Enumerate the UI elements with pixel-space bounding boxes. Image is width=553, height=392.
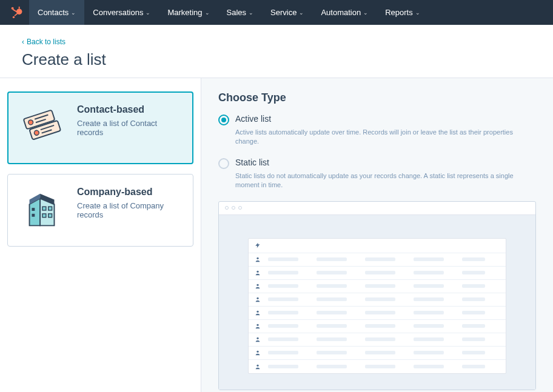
radio-active-list[interactable]: Active list bbox=[218, 114, 536, 125]
svg-rect-21 bbox=[32, 214, 35, 217]
person-icon bbox=[255, 310, 261, 316]
preview-table bbox=[248, 238, 506, 374]
radio-input[interactable] bbox=[218, 115, 229, 125]
person-icon bbox=[255, 296, 261, 302]
card-company-based[interactable]: Company-based Create a list of Company r… bbox=[7, 174, 193, 247]
window-dot-icon bbox=[238, 206, 242, 210]
svg-rect-3 bbox=[13, 8, 17, 12]
right-panel: Choose Type Active list Active lists aut… bbox=[201, 78, 553, 392]
table-row bbox=[249, 280, 506, 293]
top-nav: Contacts⌄ Conversations⌄ Marketing⌄ Sale… bbox=[0, 0, 553, 25]
nav-service[interactable]: Service⌄ bbox=[262, 0, 312, 25]
table-row bbox=[249, 253, 506, 267]
main-split: Contact-based Create a list of Contact r… bbox=[0, 78, 553, 392]
svg-point-32 bbox=[256, 364, 258, 366]
radio-input[interactable] bbox=[218, 158, 229, 169]
card-title: Company-based bbox=[77, 187, 182, 198]
nav-contacts[interactable]: Contacts⌄ bbox=[29, 0, 84, 25]
building-icon bbox=[19, 187, 66, 234]
page-title: Create a list bbox=[22, 50, 531, 69]
radio-static-list[interactable]: Static list bbox=[218, 158, 536, 169]
back-to-lists-link[interactable]: ‹ Back to lists bbox=[22, 38, 65, 46]
nav-label: Service bbox=[270, 8, 297, 17]
svg-point-25 bbox=[256, 271, 258, 273]
chevron-down-icon: ⌄ bbox=[146, 10, 150, 16]
svg-point-27 bbox=[256, 297, 258, 299]
svg-point-30 bbox=[256, 337, 258, 339]
preview-table-head bbox=[249, 239, 506, 253]
card-desc: Create a list of Company records bbox=[77, 201, 182, 219]
chevron-down-icon: ⌄ bbox=[71, 10, 76, 16]
bolt-icon bbox=[255, 242, 261, 248]
person-icon bbox=[255, 336, 261, 342]
nav-conversations[interactable]: Conversations⌄ bbox=[84, 0, 159, 25]
svg-point-28 bbox=[256, 311, 258, 313]
chevron-down-icon: ⌄ bbox=[299, 10, 304, 16]
radio-label: Active list bbox=[235, 114, 271, 124]
svg-point-31 bbox=[256, 351, 258, 353]
table-row bbox=[249, 267, 506, 280]
chevron-down-icon: ⌄ bbox=[363, 10, 368, 16]
nav-items: Contacts⌄ Conversations⌄ Marketing⌄ Sale… bbox=[29, 0, 429, 25]
person-icon bbox=[255, 364, 261, 370]
svg-rect-16 bbox=[42, 207, 46, 210]
nav-reports[interactable]: Reports⌄ bbox=[377, 0, 429, 25]
table-row bbox=[249, 347, 506, 360]
page-header: ‹ Back to lists Create a list bbox=[0, 25, 553, 78]
person-icon bbox=[255, 270, 261, 276]
nav-label: Conversations bbox=[93, 8, 143, 17]
svg-rect-4 bbox=[14, 13, 18, 16]
svg-rect-18 bbox=[42, 214, 46, 218]
table-row bbox=[249, 293, 506, 307]
nav-automation[interactable]: Automation⌄ bbox=[312, 0, 377, 25]
card-desc: Create a list of Contact records bbox=[77, 119, 182, 137]
preview-titlebar bbox=[219, 202, 535, 215]
svg-rect-5 bbox=[19, 6, 20, 8]
chevron-left-icon: ‹ bbox=[22, 38, 24, 46]
nav-label: Marketing bbox=[167, 8, 202, 17]
svg-rect-17 bbox=[49, 207, 52, 210]
table-row bbox=[249, 360, 506, 373]
nav-label: Automation bbox=[321, 8, 361, 17]
card-contact-based[interactable]: Contact-based Create a list of Contact r… bbox=[7, 91, 193, 164]
svg-point-29 bbox=[256, 324, 258, 326]
hubspot-logo-icon[interactable] bbox=[8, 4, 25, 21]
nav-label: Contacts bbox=[38, 8, 69, 17]
table-row bbox=[249, 307, 506, 320]
back-link-label: Back to lists bbox=[27, 38, 65, 46]
nav-label: Sales bbox=[227, 8, 247, 17]
table-row bbox=[249, 333, 506, 347]
radio-desc: Active lists automatically update over t… bbox=[235, 128, 536, 147]
svg-point-24 bbox=[256, 257, 258, 259]
person-icon bbox=[255, 323, 261, 329]
card-title: Contact-based bbox=[77, 104, 182, 115]
svg-rect-19 bbox=[49, 214, 52, 218]
window-dot-icon bbox=[225, 206, 229, 210]
preview-body bbox=[219, 215, 535, 390]
chevron-down-icon: ⌄ bbox=[205, 10, 210, 16]
nav-label: Reports bbox=[385, 8, 413, 17]
choose-type-heading: Choose Type bbox=[218, 91, 536, 104]
window-dot-icon bbox=[232, 206, 235, 210]
nav-marketing[interactable]: Marketing⌄ bbox=[159, 0, 218, 25]
left-panel: Contact-based Create a list of Contact r… bbox=[0, 78, 201, 392]
person-icon bbox=[255, 350, 261, 356]
nav-sales[interactable]: Sales⌄ bbox=[218, 0, 263, 25]
svg-rect-20 bbox=[32, 208, 35, 211]
svg-point-26 bbox=[256, 284, 258, 286]
svg-point-2 bbox=[13, 16, 15, 18]
radio-desc: Static lists do not automatically update… bbox=[235, 171, 536, 190]
contact-cards-icon bbox=[19, 104, 66, 151]
chevron-down-icon: ⌄ bbox=[415, 10, 420, 16]
table-row bbox=[249, 320, 506, 333]
chevron-down-icon: ⌄ bbox=[249, 10, 253, 16]
preview-window bbox=[218, 201, 536, 390]
radio-label: Static list bbox=[235, 158, 269, 167]
person-icon bbox=[255, 283, 261, 289]
person-icon bbox=[255, 256, 261, 262]
